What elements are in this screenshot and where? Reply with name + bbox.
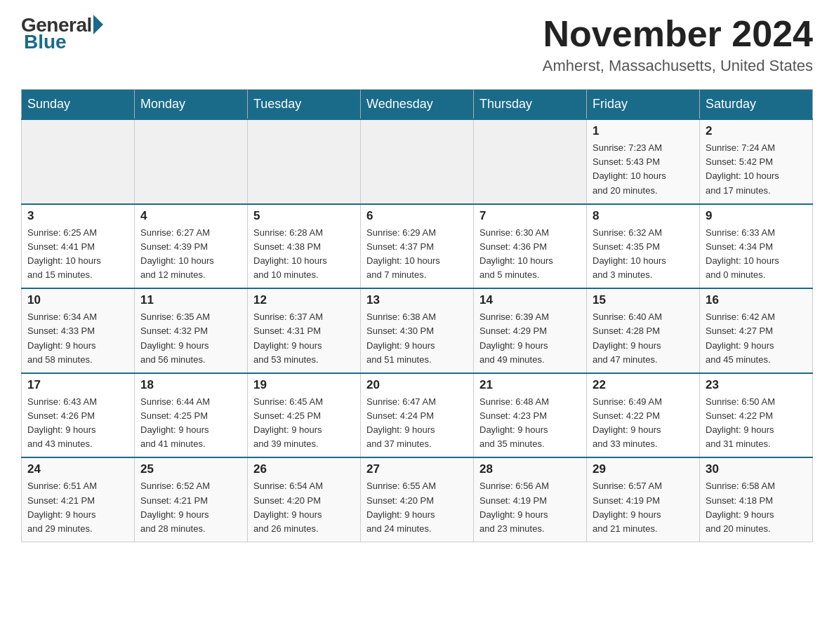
day-info: Sunrise: 7:24 AMSunset: 5:42 PMDaylight:… <box>706 141 807 198</box>
day-number: 30 <box>706 462 807 476</box>
day-number: 17 <box>27 378 128 392</box>
day-number: 12 <box>253 293 355 307</box>
calendar-cell: 13Sunrise: 6:38 AMSunset: 4:30 PMDayligh… <box>361 288 474 373</box>
day-number: 26 <box>253 462 355 476</box>
day-info: Sunrise: 6:29 AMSunset: 4:37 PMDaylight:… <box>366 226 468 283</box>
calendar-cell <box>135 119 248 204</box>
calendar-cell: 12Sunrise: 6:37 AMSunset: 4:31 PMDayligh… <box>248 288 361 373</box>
day-info: Sunrise: 6:45 AMSunset: 4:25 PMDaylight:… <box>253 395 355 452</box>
day-number: 7 <box>479 209 581 223</box>
calendar-cell: 30Sunrise: 6:58 AMSunset: 4:18 PMDayligh… <box>700 457 813 542</box>
day-number: 16 <box>706 293 807 307</box>
day-info: Sunrise: 6:43 AMSunset: 4:26 PMDaylight:… <box>27 395 128 452</box>
day-number: 29 <box>593 462 694 476</box>
day-number: 15 <box>593 293 694 307</box>
calendar-cell <box>361 119 474 204</box>
day-info: Sunrise: 6:47 AMSunset: 4:24 PMDaylight:… <box>366 395 468 452</box>
calendar-cell: 25Sunrise: 6:52 AMSunset: 4:21 PMDayligh… <box>135 457 248 542</box>
calendar-cell: 10Sunrise: 6:34 AMSunset: 4:33 PMDayligh… <box>22 288 135 373</box>
logo: General Blue <box>21 14 103 53</box>
calendar-cell: 6Sunrise: 6:29 AMSunset: 4:37 PMDaylight… <box>361 204 474 289</box>
day-number: 5 <box>253 209 355 223</box>
day-info: Sunrise: 6:32 AMSunset: 4:35 PMDaylight:… <box>593 226 694 283</box>
calendar-cell: 15Sunrise: 6:40 AMSunset: 4:28 PMDayligh… <box>587 288 700 373</box>
location-title: Amherst, Massachusetts, United States <box>543 57 813 75</box>
day-number: 4 <box>140 209 241 223</box>
calendar-cell: 11Sunrise: 6:35 AMSunset: 4:32 PMDayligh… <box>135 288 248 373</box>
day-number: 28 <box>479 462 581 476</box>
day-number: 19 <box>253 378 355 392</box>
logo-triangle-icon <box>93 15 103 34</box>
day-info: Sunrise: 6:57 AMSunset: 4:19 PMDaylight:… <box>593 479 694 536</box>
weekday-header-sunday: Sunday <box>22 90 135 120</box>
day-number: 14 <box>479 293 581 307</box>
weekday-header-friday: Friday <box>587 90 700 120</box>
day-info: Sunrise: 6:30 AMSunset: 4:36 PMDaylight:… <box>479 226 581 283</box>
calendar-cell: 20Sunrise: 6:47 AMSunset: 4:24 PMDayligh… <box>361 373 474 458</box>
day-info: Sunrise: 6:50 AMSunset: 4:22 PMDaylight:… <box>706 395 807 452</box>
day-number: 25 <box>140 462 241 476</box>
day-info: Sunrise: 6:25 AMSunset: 4:41 PMDaylight:… <box>27 226 128 283</box>
calendar-cell <box>474 119 587 204</box>
day-number: 11 <box>140 293 241 307</box>
weekday-header-thursday: Thursday <box>474 90 587 120</box>
day-info: Sunrise: 6:55 AMSunset: 4:20 PMDaylight:… <box>366 479 468 536</box>
day-number: 13 <box>366 293 468 307</box>
calendar-cell: 2Sunrise: 7:24 AMSunset: 5:42 PMDaylight… <box>700 119 813 204</box>
day-number: 27 <box>366 462 468 476</box>
calendar-cell: 7Sunrise: 6:30 AMSunset: 4:36 PMDaylight… <box>474 204 587 289</box>
day-info: Sunrise: 6:49 AMSunset: 4:22 PMDaylight:… <box>593 395 694 452</box>
day-info: Sunrise: 6:58 AMSunset: 4:18 PMDaylight:… <box>706 479 807 536</box>
week-row-1: 1Sunrise: 7:23 AMSunset: 5:43 PMDaylight… <box>22 119 813 204</box>
calendar-cell: 9Sunrise: 6:33 AMSunset: 4:34 PMDaylight… <box>700 204 813 289</box>
day-info: Sunrise: 6:51 AMSunset: 4:21 PMDaylight:… <box>27 479 128 536</box>
calendar-cell: 29Sunrise: 6:57 AMSunset: 4:19 PMDayligh… <box>587 457 700 542</box>
day-number: 3 <box>27 209 128 223</box>
day-info: Sunrise: 6:56 AMSunset: 4:19 PMDaylight:… <box>479 479 581 536</box>
day-info: Sunrise: 6:48 AMSunset: 4:23 PMDaylight:… <box>479 395 581 452</box>
day-info: Sunrise: 6:28 AMSunset: 4:38 PMDaylight:… <box>253 226 355 283</box>
calendar-cell: 5Sunrise: 6:28 AMSunset: 4:38 PMDaylight… <box>248 204 361 289</box>
calendar-header-row: SundayMondayTuesdayWednesdayThursdayFrid… <box>22 90 813 120</box>
day-number: 6 <box>366 209 468 223</box>
day-info: Sunrise: 6:38 AMSunset: 4:30 PMDaylight:… <box>366 310 468 367</box>
calendar-cell: 28Sunrise: 6:56 AMSunset: 4:19 PMDayligh… <box>474 457 587 542</box>
calendar-cell <box>22 119 135 204</box>
week-row-4: 17Sunrise: 6:43 AMSunset: 4:26 PMDayligh… <box>22 373 813 458</box>
day-info: Sunrise: 6:40 AMSunset: 4:28 PMDaylight:… <box>593 310 694 367</box>
title-section: November 2024 Amherst, Massachusetts, Un… <box>543 14 813 75</box>
day-number: 23 <box>706 378 807 392</box>
day-info: Sunrise: 6:37 AMSunset: 4:31 PMDaylight:… <box>253 310 355 367</box>
weekday-header-saturday: Saturday <box>700 90 813 120</box>
day-number: 20 <box>366 378 468 392</box>
day-info: Sunrise: 6:54 AMSunset: 4:20 PMDaylight:… <box>253 479 355 536</box>
calendar-cell: 1Sunrise: 7:23 AMSunset: 5:43 PMDaylight… <box>587 119 700 204</box>
week-row-3: 10Sunrise: 6:34 AMSunset: 4:33 PMDayligh… <box>22 288 813 373</box>
day-number: 10 <box>27 293 128 307</box>
weekday-header-monday: Monday <box>135 90 248 120</box>
day-number: 24 <box>27 462 128 476</box>
calendar-cell: 8Sunrise: 6:32 AMSunset: 4:35 PMDaylight… <box>587 204 700 289</box>
calendar-table: SundayMondayTuesdayWednesdayThursdayFrid… <box>21 89 813 542</box>
calendar-cell: 18Sunrise: 6:44 AMSunset: 4:25 PMDayligh… <box>135 373 248 458</box>
week-row-2: 3Sunrise: 6:25 AMSunset: 4:41 PMDaylight… <box>22 204 813 289</box>
calendar-cell: 14Sunrise: 6:39 AMSunset: 4:29 PMDayligh… <box>474 288 587 373</box>
day-info: Sunrise: 7:23 AMSunset: 5:43 PMDaylight:… <box>593 141 694 198</box>
week-row-5: 24Sunrise: 6:51 AMSunset: 4:21 PMDayligh… <box>22 457 813 542</box>
calendar-cell: 26Sunrise: 6:54 AMSunset: 4:20 PMDayligh… <box>248 457 361 542</box>
day-info: Sunrise: 6:33 AMSunset: 4:34 PMDaylight:… <box>706 226 807 283</box>
day-number: 2 <box>706 124 807 138</box>
calendar-cell: 3Sunrise: 6:25 AMSunset: 4:41 PMDaylight… <box>22 204 135 289</box>
day-info: Sunrise: 6:35 AMSunset: 4:32 PMDaylight:… <box>140 310 241 367</box>
day-number: 18 <box>140 378 241 392</box>
calendar-cell: 22Sunrise: 6:49 AMSunset: 4:22 PMDayligh… <box>587 373 700 458</box>
day-number: 1 <box>593 124 694 138</box>
day-info: Sunrise: 6:27 AMSunset: 4:39 PMDaylight:… <box>140 226 241 283</box>
calendar-cell <box>248 119 361 204</box>
day-number: 22 <box>593 378 694 392</box>
calendar-cell: 23Sunrise: 6:50 AMSunset: 4:22 PMDayligh… <box>700 373 813 458</box>
day-info: Sunrise: 6:34 AMSunset: 4:33 PMDaylight:… <box>27 310 128 367</box>
calendar-cell: 27Sunrise: 6:55 AMSunset: 4:20 PMDayligh… <box>361 457 474 542</box>
month-title: November 2024 <box>543 14 813 54</box>
day-number: 21 <box>479 378 581 392</box>
